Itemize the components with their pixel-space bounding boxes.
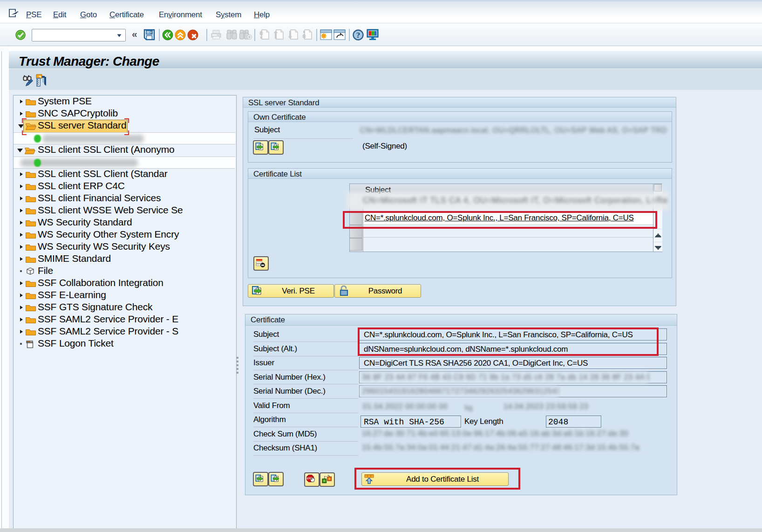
svg-text:?: ? (356, 31, 361, 40)
